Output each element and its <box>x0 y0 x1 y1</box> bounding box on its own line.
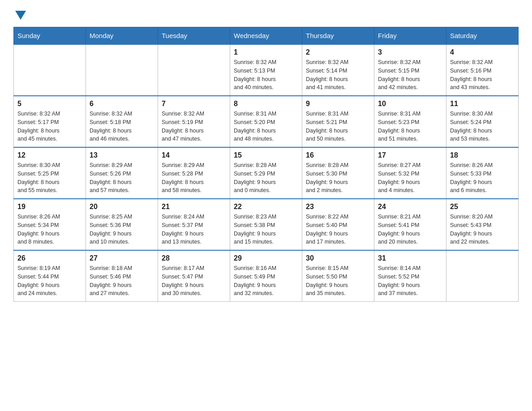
weekday-header-friday: Friday <box>374 27 446 45</box>
calendar-cell: 29Sunrise: 8:16 AMSunset: 5:49 PMDayligh… <box>230 250 302 302</box>
day-info: Sunrise: 8:32 AMSunset: 5:15 PMDaylight:… <box>378 58 442 92</box>
calendar-cell: 5Sunrise: 8:32 AMSunset: 5:17 PMDaylight… <box>14 96 86 147</box>
calendar-cell: 27Sunrise: 8:18 AMSunset: 5:46 PMDayligh… <box>86 250 158 302</box>
day-info: Sunrise: 8:31 AMSunset: 5:20 PMDaylight:… <box>234 110 298 143</box>
weekday-header-sunday: Sunday <box>14 27 86 45</box>
calendar-cell: 20Sunrise: 8:25 AMSunset: 5:36 PMDayligh… <box>86 199 158 250</box>
day-number: 19 <box>17 203 82 211</box>
day-number: 1 <box>234 48 298 56</box>
day-number: 23 <box>306 203 370 211</box>
day-info: Sunrise: 8:31 AMSunset: 5:23 PMDaylight:… <box>378 110 442 143</box>
day-info: Sunrise: 8:21 AMSunset: 5:41 PMDaylight:… <box>378 213 442 246</box>
day-info: Sunrise: 8:26 AMSunset: 5:34 PMDaylight:… <box>17 213 82 246</box>
day-info: Sunrise: 8:30 AMSunset: 5:25 PMDaylight:… <box>17 161 82 195</box>
logo-triangle-icon <box>15 11 26 20</box>
day-number: 25 <box>450 203 515 211</box>
day-info: Sunrise: 8:25 AMSunset: 5:36 PMDaylight:… <box>90 213 154 246</box>
calendar-cell: 3Sunrise: 8:32 AMSunset: 5:15 PMDaylight… <box>374 44 446 96</box>
calendar-cell: 10Sunrise: 8:31 AMSunset: 5:23 PMDayligh… <box>374 96 446 147</box>
week-row-3: 12Sunrise: 8:30 AMSunset: 5:25 PMDayligh… <box>14 147 519 199</box>
weekday-header-saturday: Saturday <box>446 27 519 45</box>
day-number: 26 <box>17 254 82 262</box>
week-row-2: 5Sunrise: 8:32 AMSunset: 5:17 PMDaylight… <box>14 96 519 147</box>
calendar-cell: 30Sunrise: 8:15 AMSunset: 5:50 PMDayligh… <box>302 250 374 302</box>
day-info: Sunrise: 8:14 AMSunset: 5:52 PMDaylight:… <box>378 264 442 298</box>
weekday-header-tuesday: Tuesday <box>158 27 230 45</box>
day-info: Sunrise: 8:27 AMSunset: 5:32 PMDaylight:… <box>378 161 442 195</box>
calendar-cell: 12Sunrise: 8:30 AMSunset: 5:25 PMDayligh… <box>14 147 86 199</box>
day-number: 11 <box>450 100 515 108</box>
calendar-cell: 24Sunrise: 8:21 AMSunset: 5:41 PMDayligh… <box>374 199 446 250</box>
day-number: 20 <box>90 203 154 211</box>
day-info: Sunrise: 8:24 AMSunset: 5:37 PMDaylight:… <box>162 213 226 246</box>
calendar-cell: 19Sunrise: 8:26 AMSunset: 5:34 PMDayligh… <box>14 199 86 250</box>
day-info: Sunrise: 8:28 AMSunset: 5:30 PMDaylight:… <box>306 161 370 195</box>
day-number: 18 <box>450 151 515 159</box>
calendar-cell: 23Sunrise: 8:22 AMSunset: 5:40 PMDayligh… <box>302 199 374 250</box>
calendar-cell: 16Sunrise: 8:28 AMSunset: 5:30 PMDayligh… <box>302 147 374 199</box>
calendar-cell: 26Sunrise: 8:19 AMSunset: 5:44 PMDayligh… <box>14 250 86 302</box>
day-number: 21 <box>162 203 226 211</box>
week-row-5: 26Sunrise: 8:19 AMSunset: 5:44 PMDayligh… <box>14 250 519 302</box>
day-number: 14 <box>162 151 226 159</box>
weekday-header-wednesday: Wednesday <box>230 27 302 45</box>
day-number: 27 <box>90 254 154 262</box>
calendar-cell <box>446 250 519 302</box>
day-info: Sunrise: 8:22 AMSunset: 5:40 PMDaylight:… <box>306 213 370 246</box>
day-info: Sunrise: 8:32 AMSunset: 5:17 PMDaylight:… <box>17 110 82 143</box>
calendar-cell: 9Sunrise: 8:31 AMSunset: 5:21 PMDaylight… <box>302 96 374 147</box>
day-number: 12 <box>17 151 82 159</box>
day-info: Sunrise: 8:20 AMSunset: 5:43 PMDaylight:… <box>450 213 515 246</box>
calendar-cell: 25Sunrise: 8:20 AMSunset: 5:43 PMDayligh… <box>446 199 519 250</box>
day-number: 29 <box>234 254 298 262</box>
calendar-cell: 7Sunrise: 8:32 AMSunset: 5:19 PMDaylight… <box>158 96 230 147</box>
day-number: 22 <box>234 203 298 211</box>
week-row-1: 1Sunrise: 8:32 AMSunset: 5:13 PMDaylight… <box>14 44 519 96</box>
weekday-header-row: SundayMondayTuesdayWednesdayThursdayFrid… <box>14 27 519 45</box>
logo <box>13 9 26 18</box>
calendar-cell <box>158 44 230 96</box>
calendar-cell: 15Sunrise: 8:28 AMSunset: 5:29 PMDayligh… <box>230 147 302 199</box>
day-info: Sunrise: 8:30 AMSunset: 5:24 PMDaylight:… <box>450 110 515 143</box>
day-number: 30 <box>306 254 370 262</box>
calendar-cell: 21Sunrise: 8:24 AMSunset: 5:37 PMDayligh… <box>158 199 230 250</box>
day-info: Sunrise: 8:32 AMSunset: 5:19 PMDaylight:… <box>162 110 226 143</box>
day-number: 17 <box>378 151 442 159</box>
page-header <box>13 9 519 18</box>
day-info: Sunrise: 8:29 AMSunset: 5:28 PMDaylight:… <box>162 161 226 195</box>
day-number: 16 <box>306 151 370 159</box>
day-number: 7 <box>162 100 226 108</box>
day-number: 5 <box>17 100 82 108</box>
calendar-cell: 2Sunrise: 8:32 AMSunset: 5:14 PMDaylight… <box>302 44 374 96</box>
calendar-table: SundayMondayTuesdayWednesdayThursdayFrid… <box>13 27 519 302</box>
day-number: 8 <box>234 100 298 108</box>
day-info: Sunrise: 8:31 AMSunset: 5:21 PMDaylight:… <box>306 110 370 143</box>
day-info: Sunrise: 8:29 AMSunset: 5:26 PMDaylight:… <box>90 161 154 195</box>
calendar-cell: 4Sunrise: 8:32 AMSunset: 5:16 PMDaylight… <box>446 44 519 96</box>
calendar-cell: 31Sunrise: 8:14 AMSunset: 5:52 PMDayligh… <box>374 250 446 302</box>
day-number: 3 <box>378 48 442 56</box>
calendar-cell: 8Sunrise: 8:31 AMSunset: 5:20 PMDaylight… <box>230 96 302 147</box>
day-number: 9 <box>306 100 370 108</box>
day-number: 13 <box>90 151 154 159</box>
calendar-cell: 22Sunrise: 8:23 AMSunset: 5:38 PMDayligh… <box>230 199 302 250</box>
day-number: 28 <box>162 254 226 262</box>
day-info: Sunrise: 8:32 AMSunset: 5:14 PMDaylight:… <box>306 58 370 92</box>
day-info: Sunrise: 8:23 AMSunset: 5:38 PMDaylight:… <box>234 213 298 246</box>
day-info: Sunrise: 8:26 AMSunset: 5:33 PMDaylight:… <box>450 161 515 195</box>
day-number: 2 <box>306 48 370 56</box>
weekday-header-monday: Monday <box>86 27 158 45</box>
day-number: 6 <box>90 100 154 108</box>
calendar-cell <box>86 44 158 96</box>
day-info: Sunrise: 8:17 AMSunset: 5:47 PMDaylight:… <box>162 264 226 298</box>
day-number: 24 <box>378 203 442 211</box>
calendar-cell: 28Sunrise: 8:17 AMSunset: 5:47 PMDayligh… <box>158 250 230 302</box>
calendar-cell: 1Sunrise: 8:32 AMSunset: 5:13 PMDaylight… <box>230 44 302 96</box>
day-info: Sunrise: 8:32 AMSunset: 5:16 PMDaylight:… <box>450 58 515 92</box>
calendar-cell: 18Sunrise: 8:26 AMSunset: 5:33 PMDayligh… <box>446 147 519 199</box>
day-info: Sunrise: 8:32 AMSunset: 5:13 PMDaylight:… <box>234 58 298 92</box>
calendar-cell: 13Sunrise: 8:29 AMSunset: 5:26 PMDayligh… <box>86 147 158 199</box>
day-number: 4 <box>450 48 515 56</box>
day-number: 15 <box>234 151 298 159</box>
calendar-cell: 14Sunrise: 8:29 AMSunset: 5:28 PMDayligh… <box>158 147 230 199</box>
